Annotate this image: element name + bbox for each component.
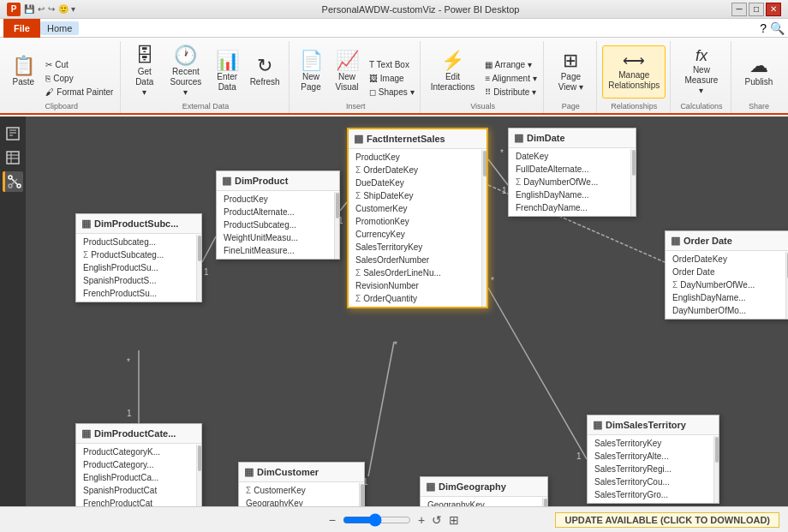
table-row: Σ ProductSubcateg... [76,248,201,261]
svg-text:1: 1 [502,186,507,195]
new-visual-button[interactable]: 📈 NewVisual [330,45,364,99]
svg-point-9 [17,184,21,188]
zoom-plus-button[interactable]: + [418,513,425,527]
edit-interactions-button[interactable]: ⚡ EditInteractions [426,45,481,99]
table-dim-product-cat[interactable]: ▦ DimProductCate... ProductCategoryK... … [75,423,202,506]
table-row: ProductKey [349,151,487,164]
table-body-fact-internet-sales: ProductKey ΣOrderDateKey DueDateKey ΣShi… [349,149,487,307]
cut-button[interactable]: ✂ Cut [42,58,116,71]
ribbon-group-share: ☁ Publish Share [733,41,785,113]
table-icon: ▦ [222,175,231,187]
manage-relationships-icon: ⟷ [623,53,645,69]
format-painter-button[interactable]: 🖌 Format Painter [42,86,116,99]
table-icon: ▦ [354,133,363,145]
manage-relationships-button[interactable]: ⟷ ManageRelationships [602,45,666,99]
search-icon[interactable]: 🔍 [770,21,785,35]
table-row: WeightUnitMeasu... [217,231,339,244]
zoom-reset-button[interactable]: ↺ [432,513,442,527]
table-icon: ▦ [671,235,680,247]
table-scroll[interactable] [359,483,364,506]
publish-button[interactable]: ☁ Publish [740,45,779,99]
table-order-date[interactable]: ▦ Order Date OrderDateKey Order Date Σ D… [665,230,788,320]
table-row: SalesOrderNumber [349,254,487,266]
svg-line-32 [488,288,587,459]
table-row: EnglishProductCa... [76,471,201,484]
ribbon-group-relationships: ⟷ ManageRelationships Relationships [599,41,671,113]
paste-button[interactable]: 📋 Paste [6,45,40,99]
svg-point-11 [9,184,12,188]
svg-text:1: 1 [204,267,209,277]
ribbon-group-visuals: ⚡ EditInteractions ▦ Arrange ▾ ≡ Alignme… [422,41,543,113]
zoom-minus-button[interactable]: − [329,513,336,527]
table-dim-product[interactable]: ▦ DimProduct ProductKey ProductAlternate… [216,170,340,260]
table-dim-customer[interactable]: ▦ DimCustomer Σ CustomerKey GeographyKey… [238,462,365,506]
alignment-button[interactable]: ≡ Alignment ▾ [481,72,540,85]
text-box-button[interactable]: T Text Box [366,58,417,71]
table-scroll[interactable] [713,436,719,503]
table-body-dim-customer: Σ CustomerKey GeographyKey CustomerAlter… [239,482,364,506]
recent-sources-button[interactable]: 🕐 RecentSources ▾ [164,45,208,99]
get-data-icon: 🗄 [135,46,154,65]
table-row: GeographyKey [421,499,547,506]
get-data-button[interactable]: 🗄 GetData ▾ [128,45,162,99]
minimize-button[interactable]: ─ [731,3,747,16]
zoom-slider[interactable] [343,513,411,527]
quick-redo-icon[interactable]: ↪ [48,4,55,14]
home-menu[interactable]: Home [40,21,79,35]
refresh-button[interactable]: ↻ Refresh [246,45,284,99]
update-notice[interactable]: UPDATE AVAILABLE (CLICK TO DOWNLOAD) [555,512,779,528]
table-row: FrenchProductCat [76,497,201,506]
fit-icon[interactable]: ⊞ [449,513,459,527]
svg-line-17 [340,202,347,211]
table-row: SalesTerritoryRegi... [588,463,719,475]
table-scroll[interactable] [334,192,339,259]
new-page-button[interactable]: 📄 NewPage [294,45,328,99]
svg-line-20 [202,236,216,262]
table-dim-date[interactable]: ▦ DimDate DateKey FullDateAlternate... Σ… [508,128,636,217]
publish-icon: ☁ [749,57,768,75]
table-fact-internet-sales[interactable]: ▦ FactInternetSales ProductKey ΣOrderDat… [347,128,488,308]
table-row: SalesTerritoryKey [349,241,487,254]
table-row: Order Date [666,266,788,278]
table-scroll[interactable] [630,149,636,216]
close-button[interactable]: ✕ [766,3,781,16]
table-body-dim-product: ProductKey ProductAlternate... ProductSu… [217,191,339,259]
enter-data-button[interactable]: 📊 EnterData [210,45,244,99]
status-center: − + ↺ ⊞ [329,513,459,527]
quick-save-icon[interactable]: 💾 [24,4,34,14]
ribbon-buttons-relationships: ⟷ ManageRelationships [602,41,666,102]
page-view-button[interactable]: ⊞ PageView ▾ [553,45,588,99]
sidebar-report-icon[interactable] [3,123,23,144]
refresh-icon: ↻ [257,57,272,75]
clipboard-small-group: ✂ Cut ⎘ Copy 🖌 Format Painter [42,58,116,99]
shapes-button[interactable]: ◻ Shapes ▾ [366,86,417,99]
new-measure-button[interactable]: fx NewMeasure ▾ [678,45,725,99]
distribute-button[interactable]: ⠿ Distribute ▾ [481,86,540,99]
table-dim-sales-territory[interactable]: ▦ DimSalesTerritory SalesTerritoryKey Sa… [587,415,719,504]
table-body-dim-sales-territory: SalesTerritoryKey SalesTerritoryAlte... … [588,435,719,503]
table-scroll[interactable] [196,235,201,302]
svg-text:*: * [500,148,504,158]
copy-button[interactable]: ⎘ Copy [42,72,116,85]
table-header-dim-sales-territory: ▦ DimSalesTerritory [588,415,719,435]
page-view-icon: ⊞ [563,51,578,70]
new-visual-icon: 📈 [336,51,359,70]
table-header-dim-geography: ▦ DimGeography [421,477,547,497]
canvas-area[interactable]: * 1 * 1 * 1 * 1 * 1 * 1 * 1 ▦ FactIntern… [26,117,788,506]
arrange-button[interactable]: ▦ Arrange ▾ [481,58,540,71]
table-scroll[interactable] [542,498,547,506]
table-header-dim-product-cat: ▦ DimProductCate... [76,424,201,444]
sidebar-data-icon[interactable] [3,147,23,168]
ribbon-group-calculations: fx NewMeasure ▾ Calculations [672,41,731,113]
image-button[interactable]: 🖼 Image [366,72,417,85]
table-scroll[interactable] [196,445,201,506]
quick-undo-icon[interactable]: ↩ [38,4,45,14]
table-dim-geography[interactable]: ▦ DimGeography GeographyKey City StatePr… [420,476,548,506]
table-dim-product-subcat[interactable]: ▦ DimProductSubc... ProductSubcateg... Σ… [75,213,202,302]
table-scroll[interactable] [481,150,487,307]
quick-dropdown-icon[interactable]: 🙂 ▾ [58,4,75,14]
file-menu[interactable]: File [3,19,40,38]
help-icon[interactable]: ? [760,21,767,35]
sidebar-relationships-icon[interactable] [3,171,23,192]
maximize-button[interactable]: □ [749,3,764,16]
